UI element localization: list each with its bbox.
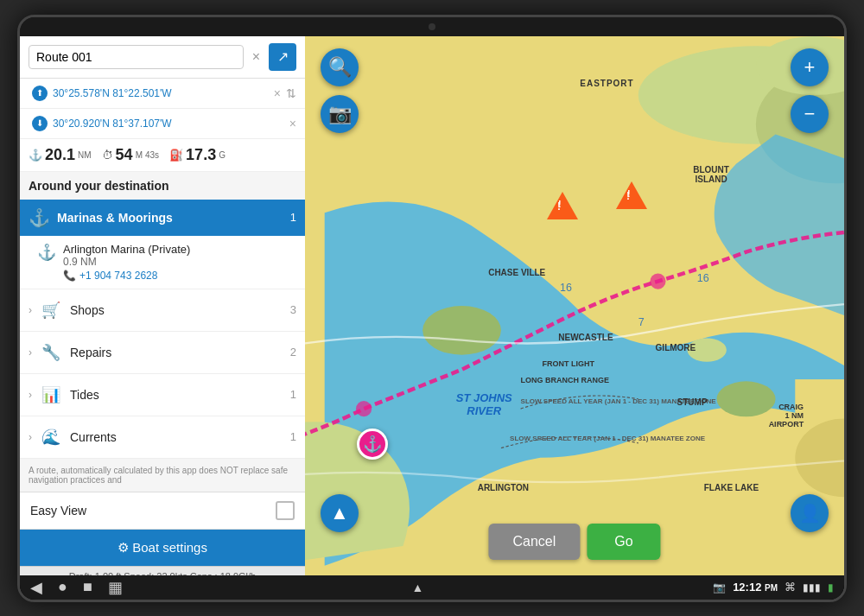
signal-bars-icon: ▮▮▮: [803, 581, 821, 594]
compass-button[interactable]: ▲: [321, 494, 359, 532]
status-right: 📷 12:12 PM ⌘ ▮▮▮ ▮: [713, 581, 834, 594]
category-tides[interactable]: › 📊 Tides 1: [20, 374, 305, 416]
marinas-icon: ⚓: [29, 207, 50, 228]
svg-point-6: [687, 338, 726, 361]
svg-point-5: [717, 381, 776, 416]
marina-pin-icon: ⚓: [357, 429, 388, 460]
zoom-out-button[interactable]: −: [791, 95, 829, 133]
tides-count: 1: [290, 388, 296, 401]
svg-text:16: 16: [560, 281, 572, 293]
zoom-in-button[interactable]: +: [791, 48, 829, 86]
camera-dot: [429, 23, 435, 30]
repairs-icon: 🔧: [39, 340, 63, 365]
nav-icons: ◀ ● ■ ▦: [30, 578, 123, 597]
plus-icon: +: [804, 56, 816, 79]
waypoint-coords-1: 30°25.578'N 81°22.501'W: [53, 87, 269, 99]
currents-label: Currents: [70, 430, 283, 444]
anchor-icon: ⚓: [29, 149, 42, 162]
chevron-shops-icon: ›: [29, 304, 32, 316]
route-name-input[interactable]: [29, 45, 244, 69]
gallery-icon: 📷: [713, 581, 726, 594]
search-button[interactable]: 🔍: [321, 48, 359, 86]
category-repairs[interactable]: › 🔧 Repairs 2: [20, 332, 305, 374]
chevron-repairs-icon: ›: [29, 346, 32, 359]
clock-icon: ⏱: [102, 149, 113, 162]
camera-button[interactable]: 📷: [321, 95, 359, 133]
marina-list-item[interactable]: ⚓ Arlington Marina (Private) 0.9 NM 📞 +1…: [20, 236, 305, 289]
chevron-currents-icon: ›: [29, 431, 32, 443]
waypoint-icon-2: ⬇: [32, 116, 48, 131]
consumption-value: 17.3: [186, 146, 216, 164]
tablet-device: × ↗ ⬆ 30°25.578'N 81°22.501'W × ⇅: [17, 15, 847, 602]
shops-icon: 🛒: [39, 298, 63, 322]
stat-time: ⏱ 54 M 43s: [102, 146, 160, 164]
waypoint-coords-2: 30°20.920'N 81°37.107'W: [53, 117, 284, 130]
marina-name: Arlington Marina (Private): [63, 243, 190, 256]
marinas-label: Marinas & Moorings: [57, 211, 283, 225]
waypoint-clear-2[interactable]: ×: [289, 117, 296, 130]
share-icon: ↗: [277, 48, 289, 65]
back-button[interactable]: ◀: [30, 578, 42, 597]
waypoint-clear-1[interactable]: ×: [274, 86, 281, 100]
consumption-unit: G: [219, 150, 226, 160]
currents-count: 1: [290, 430, 296, 443]
marina-item-details: Arlington Marina (Private) 0.9 NM 📞 +1 9…: [63, 243, 190, 282]
distance-unit: NM: [78, 150, 92, 160]
waypoint-swap[interactable]: ⇅: [286, 86, 296, 100]
boat-settings-button[interactable]: ⚙ Boat settings: [20, 530, 305, 566]
waypoint-row-1[interactable]: ⬆ 30°25.578'N 81°22.501'W × ⇅: [20, 79, 305, 109]
cancel-button[interactable]: Cancel: [488, 524, 580, 560]
category-marinas-header[interactable]: ⚓ Marinas & Moorings 1: [20, 200, 305, 236]
stat-distance: ⚓ 20.1 NM: [29, 146, 92, 164]
route-clear-button[interactable]: ×: [249, 46, 264, 68]
time-sub: 43s: [145, 150, 159, 160]
category-currents[interactable]: › 🌊 Currents 1: [20, 416, 305, 459]
easy-view-checkbox[interactable]: [276, 501, 295, 520]
shops-count: 3: [290, 303, 296, 316]
shops-label: Shops: [70, 303, 283, 317]
time-value: 54: [116, 146, 133, 164]
arrow-icon-2: ⬇: [36, 118, 43, 128]
phone-icon: 📞: [63, 270, 76, 282]
repairs-count: 2: [290, 346, 296, 359]
action-bar: Cancel Go: [488, 524, 660, 560]
route-header: × ↗: [20, 36, 305, 79]
draft-info: Draft: 1.00 ft Speed: 22.0kts Cons.: 18.…: [20, 566, 305, 575]
marina-phone[interactable]: 📞 +1 904 743 2628: [63, 270, 190, 282]
go-button[interactable]: Go: [587, 524, 660, 560]
tablet-bezel-top: [20, 17, 844, 36]
search-icon: 🔍: [328, 56, 352, 79]
svg-text:16: 16: [697, 271, 709, 283]
map-svg: 16 7 16: [305, 36, 844, 575]
screenshot-button[interactable]: ▦: [108, 578, 123, 597]
map-area[interactable]: 16 7 16 EASTPORT BLOUNTISLAND CHASE VILL…: [305, 36, 844, 575]
compass-icon: ▲: [330, 502, 349, 524]
user-location-button[interactable]: 👤: [791, 494, 829, 532]
tides-label: Tides: [70, 388, 283, 402]
svg-point-4: [422, 306, 501, 355]
time-unit: M: [136, 150, 143, 160]
route-share-button[interactable]: ↗: [269, 43, 296, 71]
fuel-icon: ⛽: [169, 149, 183, 162]
user-icon: 👤: [799, 503, 821, 524]
minus-icon: −: [804, 103, 816, 125]
wifi-icon: ⌘: [785, 581, 796, 594]
marinas-count: 1: [290, 211, 296, 224]
easy-view-label: Easy View: [30, 504, 269, 518]
battery-icon: ▮: [828, 581, 834, 594]
svg-text:7: 7: [638, 315, 645, 327]
phone-number: +1 904 743 2628: [79, 270, 157, 282]
distance-value: 20.1: [45, 146, 75, 164]
tablet-screen: × ↗ ⬆ 30°25.578'N 81°22.501'W × ⇅: [20, 36, 844, 600]
marina-map-pin[interactable]: ⚓: [357, 429, 391, 463]
waypoint-row-2[interactable]: ⬇ 30°20.920'N 81°37.107'W ×: [20, 109, 305, 139]
marina-item-icon: ⚓: [37, 243, 56, 262]
status-time: 12:12 PM: [733, 581, 778, 594]
nav-center-indicator: ▲: [412, 581, 424, 594]
home-button[interactable]: ●: [58, 578, 67, 596]
category-shops[interactable]: › 🛒 Shops 3: [20, 289, 305, 332]
recent-apps-button[interactable]: ■: [83, 578, 92, 596]
status-bar: ◀ ● ■ ▦ ▲ 📷 12:12 PM ⌘ ▮▮▮ ▮: [20, 575, 844, 600]
danger-marker-2: !: [616, 181, 647, 209]
stats-bar: ⚓ 20.1 NM ⏱ 54 M 43s ⛽ 17.3 G: [20, 139, 305, 172]
